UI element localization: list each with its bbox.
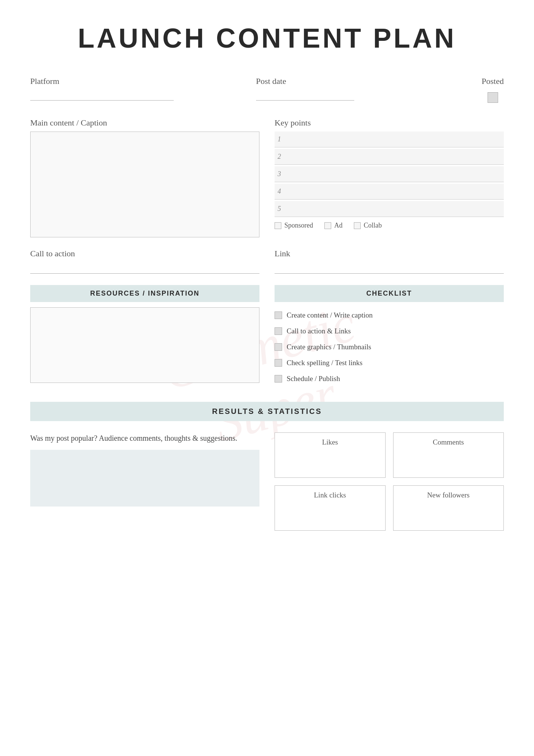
keypoint-row[interactable]: 2 (275, 149, 504, 165)
stat-link-clicks[interactable]: Link clicks (275, 485, 386, 531)
results-content: Was my post popular? Audience comments, … (30, 432, 504, 538)
checklist-item[interactable]: Schedule / Publish (275, 371, 504, 387)
link-group: Link (275, 249, 504, 274)
comments-input[interactable] (30, 450, 259, 507)
resources-checklist-section: RESOURCES / INSPIRATION CHECKLIST Create… (30, 285, 504, 387)
cta-link-section: Call to action Link (30, 249, 504, 274)
keypoints-label: Key points (275, 118, 311, 127)
posted-label: Posted (482, 76, 504, 86)
check-box-icon[interactable] (275, 343, 282, 351)
stat-comments[interactable]: Comments (393, 432, 504, 478)
cta-label: Call to action (30, 249, 75, 258)
caption-section: Main content / Caption (30, 118, 259, 237)
posted-group: Posted (482, 76, 504, 103)
checkbox-icon[interactable] (354, 222, 361, 229)
platform-group: Platform (30, 76, 241, 101)
middle-section: Main content / Caption Key points 12345 … (30, 118, 504, 237)
postdate-label: Post date (256, 76, 467, 86)
link-label: Link (275, 249, 290, 258)
check-box-icon[interactable] (275, 327, 282, 335)
results-header: RESULTS & STATISTICS (30, 402, 504, 421)
link-input[interactable] (275, 262, 504, 274)
postdate-input[interactable] (256, 89, 354, 101)
checklist-item[interactable]: Create content / Write caption (275, 307, 504, 323)
top-fields: Platform Post date Posted (30, 76, 504, 103)
comments-section: Was my post popular? Audience comments, … (30, 432, 259, 507)
check-box-icon[interactable] (275, 375, 282, 383)
resources-col: RESOURCES / INSPIRATION (30, 285, 259, 387)
cta-group: Call to action (30, 249, 259, 274)
posted-checkbox[interactable] (488, 92, 498, 103)
check-box-icon[interactable] (275, 359, 282, 367)
stats-grid: Likes Comments Link clicks New followers (275, 432, 504, 538)
keypoint-row[interactable]: 1 (275, 132, 504, 147)
stat-likes[interactable]: Likes (275, 432, 386, 478)
page-title: LAUNCH CONTENT PLAN (30, 23, 504, 54)
sponsored-row: SponsoredAdCollab (275, 222, 504, 229)
caption-label: Main content / Caption (30, 118, 107, 127)
checkbox-icon[interactable] (324, 222, 331, 229)
postdate-group: Post date (256, 76, 467, 101)
checklist-col: CHECKLIST Create content / Write caption… (275, 285, 504, 387)
stats-row-bottom: Link clicks New followers (275, 485, 504, 531)
resources-header: RESOURCES / INSPIRATION (30, 285, 259, 302)
keypoints-section: Key points 12345 SponsoredAdCollab (275, 118, 504, 237)
checklist-item[interactable]: Check spelling / Test links (275, 355, 504, 371)
sponsored-checkbox-item[interactable]: Sponsored (275, 222, 313, 229)
keypoint-row[interactable]: 3 (275, 166, 504, 182)
keypoint-row[interactable]: 4 (275, 184, 504, 200)
platform-input[interactable] (30, 89, 174, 101)
checklist-header: CHECKLIST (275, 285, 504, 302)
checklist-container: Create content / Write captionCall to ac… (275, 307, 504, 387)
platform-label: Platform (30, 76, 241, 86)
sponsored-checkbox-item[interactable]: Ad (324, 222, 343, 229)
checklist-item[interactable]: Create graphics / Thumbnails (275, 339, 504, 355)
sponsored-checkbox-item[interactable]: Collab (354, 222, 382, 229)
checkbox-icon[interactable] (275, 222, 281, 229)
check-box-icon[interactable] (275, 311, 282, 319)
stat-new-followers[interactable]: New followers (393, 485, 504, 531)
checklist-item[interactable]: Call to action & Links (275, 323, 504, 339)
stats-row-top: Likes Comments (275, 432, 504, 478)
keypoint-row[interactable]: 5 (275, 201, 504, 217)
comments-label: Was my post popular? Audience comments, … (30, 432, 259, 444)
resources-box[interactable] (30, 307, 259, 383)
keypoints-container: 12345 (275, 132, 504, 217)
caption-input[interactable] (30, 132, 259, 237)
results-section: RESULTS & STATISTICS Was my post popular… (30, 402, 504, 538)
cta-input[interactable] (30, 262, 259, 274)
